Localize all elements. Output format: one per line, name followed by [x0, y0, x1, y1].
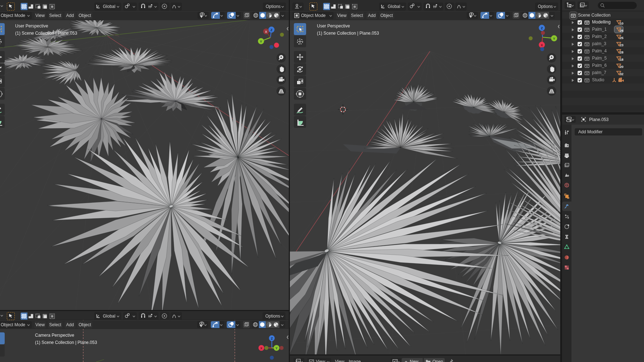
svg-text:X: X	[260, 346, 262, 350]
svg-text:X: X	[541, 43, 543, 47]
svg-text:X: X	[265, 30, 267, 34]
svg-text:Y: Y	[275, 346, 278, 350]
svg-text:Z: Z	[271, 337, 273, 340]
svg-text:Z: Z	[541, 26, 543, 30]
svg-text:Y: Y	[260, 40, 262, 43]
svg-text:Z: Z	[270, 28, 273, 32]
svg-text:Y: Y	[553, 37, 555, 40]
